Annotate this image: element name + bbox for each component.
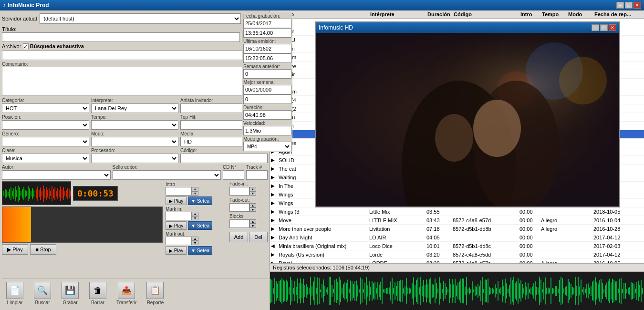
intro-spin-up[interactable]: ▲ [192,187,198,191]
intro-marks-section: Intro 0:00.0 ▲ ▼ ▶ Play ▼ Setea [166,181,268,255]
track-row[interactable]: ▶ Move LITTLE MIX 03:43 8572-c4a8-e57d 0… [270,216,644,225]
titulo-label: Título: [2,26,240,32]
fadeout-spin-down[interactable]: ▼ [249,207,256,212]
autor-select[interactable] [2,170,111,180]
markout-input[interactable]: 0:00.0 [166,237,192,245]
markin-input[interactable]: 0:00.0 [166,212,192,220]
intro-play-button[interactable]: ▶ Play [166,196,187,205]
track-row[interactable]: ▶ Wings (3 Little Mix 03:55 00:00 2018-1… [270,207,644,216]
svg-rect-156 [423,280,424,302]
svg-rect-118 [369,281,370,301]
interprete-select[interactable]: Lana Del Rey [91,103,178,113]
fadein-spin-up[interactable]: ▲ [249,187,256,191]
markin-play-button[interactable]: ▶ Play [166,221,187,230]
progress-bar[interactable] [2,207,163,243]
blocks-input[interactable]: 0:53.5 [229,219,249,228]
svg-rect-291 [616,281,617,300]
svg-rect-143 [405,286,405,295]
popup-minimize[interactable]: ─ [592,24,599,31]
svg-rect-268 [583,287,584,295]
markout-spin-down[interactable]: ▼ [192,241,198,245]
fadeout-input[interactable]: 15 [229,203,249,212]
posicion-select[interactable] [2,120,89,130]
markin-spin-up[interactable]: ▲ [192,212,198,216]
close-button[interactable]: ✕ [634,2,641,9]
play-button[interactable]: ▶ Play [2,244,28,255]
buscar-button[interactable]: 🔍 Buscar [31,281,54,306]
sello-select[interactable] [113,170,221,180]
svg-rect-299 [628,288,629,294]
intro-spin-down[interactable]: ▼ [192,191,198,196]
stop-button[interactable]: ■ Stop [30,244,56,255]
categoria-select[interactable]: HOT [2,103,89,113]
track-row[interactable]: ◀ Minia brasiliera (Original mix) Loco D… [270,242,644,250]
intro-setea-button[interactable]: ▼ Setea [188,196,212,205]
waveform-bottom-svg [270,272,644,310]
bottom-buttons: 📄 Limpiar 🔍 Buscar 💾 Grabar 🗑 Borrar 📤 T… [2,279,268,308]
del-button[interactable]: Del [249,232,268,242]
server-select[interactable]: (default host) [40,13,241,24]
categoria-label: Categoría: [2,98,89,103]
popup-close[interactable]: ✕ [609,24,616,31]
svg-rect-295 [622,289,623,293]
track-row[interactable]: ▶ Royals (Us version) Lorde 03:20 8572-c… [270,250,644,259]
grabar-button[interactable]: 💾 Grabar [58,281,82,306]
status-bar: Registros seleccionados: 1006 (50:44:19) [270,263,644,272]
fadeout-spin-up[interactable]: ▲ [249,203,256,207]
fadein-spin-down[interactable]: ▼ [249,191,256,196]
track-intro: 00:00 [519,217,541,223]
tempo-select[interactable] [91,120,178,130]
blocks-spin-up[interactable]: ▲ [249,219,256,224]
svg-rect-70 [300,279,301,304]
fecha-grabacion-label: Fecha grabación: [243,13,291,19]
markout-play-button[interactable]: ▶ Play [166,246,187,255]
cd-no-input[interactable] [223,170,244,180]
svg-rect-149 [413,277,414,304]
svg-rect-163 [433,285,434,297]
waveform-mini [2,181,71,205]
minimize-button[interactable]: ─ [616,2,624,9]
archivo-section: Archivo: ✓ Búsqueda exhaustiva [2,43,268,49]
track-tempo: Allegro [541,226,567,232]
codigo-input[interactable] [180,154,268,163]
transferir-button[interactable]: 📤 Transferir [114,281,139,306]
procesado-select[interactable] [91,154,178,163]
buscar-icon: 🔍 [34,282,51,299]
modo-grabacion-select[interactable]: MP4 [243,142,291,151]
popup-restore[interactable]: □ [600,24,608,31]
archivo-input[interactable]: c:\AUDICOM\AUDIO\HOT\Lana Del Rey - Ride… [2,51,268,60]
procesado-label: Procesado: [91,148,178,153]
svg-rect-125 [379,285,380,298]
svg-rect-294 [621,278,622,304]
track-input[interactable] [246,170,268,180]
genero-select[interactable] [2,137,89,146]
svg-rect-13 [21,191,21,196]
fadein-input[interactable]: 15 [229,187,249,196]
markin-spin-down[interactable]: ▼ [192,216,198,220]
track-row[interactable]: ▶ More than ever people Livitation 07:18… [270,225,644,233]
svg-rect-290 [615,281,616,300]
limpiar-button[interactable]: 📄 Limpiar [3,281,27,306]
intro-input[interactable]: 0:00.0 [166,187,192,196]
svg-rect-17 [26,191,27,196]
reporte-button[interactable]: 📋 Reporte [143,281,167,306]
comentario-textarea[interactable] [2,67,268,95]
markin-setea-button[interactable]: ▼ Setea [188,221,212,230]
borrar-button[interactable]: 🗑 Borrar [86,281,110,306]
busqueda-checkbox[interactable]: ✓ [23,43,29,49]
svg-rect-158 [426,279,427,302]
restore-button[interactable]: □ [625,2,633,9]
markout-spin-up[interactable]: ▲ [192,237,198,241]
svg-rect-184 [463,279,464,303]
svg-rect-127 [382,278,383,304]
track-row[interactable]: ▶ Day And Night LO AIR 04:05 00:00 2017-… [270,233,644,242]
blocks-spin-down[interactable]: ▼ [249,224,256,228]
track-row[interactable]: ▶ Royal LORDE 03:20 8572-c4a8-e57c 00:00… [270,259,644,263]
modo-select[interactable] [91,137,178,146]
add-button[interactable]: Add [229,232,248,242]
titulo-input[interactable]: Ride [2,32,240,42]
clase-select[interactable]: Musica [2,154,89,163]
fadein-label: Fade-in : [229,181,268,186]
svg-rect-235 [536,287,537,295]
markout-setea-button[interactable]: ▼ Setea [188,246,212,255]
